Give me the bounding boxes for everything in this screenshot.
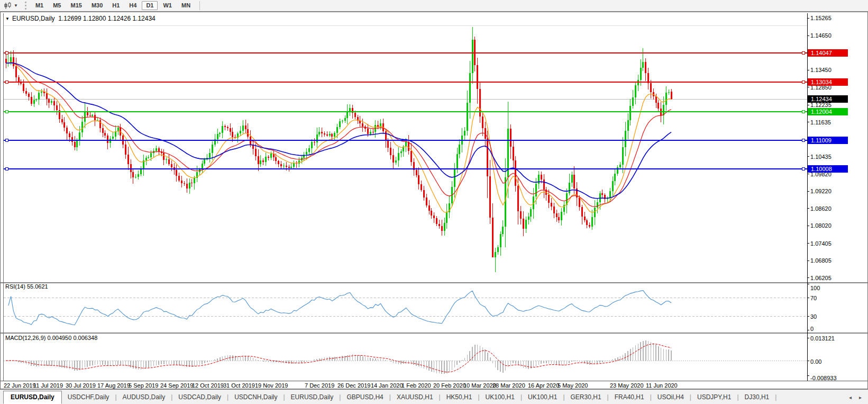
tab-item[interactable]: FRA40,H1 <box>609 393 650 401</box>
timeframe-button-group: M1M5M15M30H1H4D1W1MN <box>31 1 195 10</box>
tab-item[interactable]: HK50,H1 <box>441 393 478 401</box>
candle-body <box>367 129 369 134</box>
tab-item[interactable]: UK100,H1 <box>480 393 520 401</box>
candle-body <box>87 112 88 115</box>
price-line-label: 1.13034 <box>811 79 832 85</box>
tab-item[interactable]: EURUSD,Daily <box>285 393 340 401</box>
price-axis-label: 1.10435 <box>810 154 832 160</box>
tab-item[interactable]: USDCNH,Daily <box>229 393 283 401</box>
candle-body <box>318 132 320 134</box>
chevron-down-icon: ▼ <box>14 3 18 8</box>
toolbar-separator <box>199 1 200 10</box>
candle-body <box>342 121 343 122</box>
candle-body <box>548 195 550 203</box>
tab-item[interactable]: GER30,H1 <box>565 393 607 401</box>
candle-body <box>33 100 35 104</box>
candle-body <box>579 197 580 207</box>
candle-body <box>665 93 667 105</box>
time-axis-label: 23 May 2020 <box>610 382 644 389</box>
candle-body <box>467 103 468 130</box>
candle-body <box>25 91 27 94</box>
candle-body <box>99 120 101 128</box>
tab-scroll-right-icon[interactable]: ▸ <box>859 394 862 400</box>
line-handle[interactable] <box>802 139 805 141</box>
rsi-line <box>8 291 671 325</box>
tab-item[interactable]: USOil,H4 <box>652 393 690 401</box>
timeframe-button-mn[interactable]: MN <box>177 1 195 10</box>
candle-body <box>645 62 646 73</box>
macd-axis-label: 0.00 <box>810 358 821 365</box>
tab-item[interactable]: UK100,H1 <box>522 393 563 401</box>
timeframe-button-m15[interactable]: M15 <box>66 1 86 10</box>
candle-body <box>627 120 629 131</box>
timeframe-button-m5[interactable]: M5 <box>49 1 65 10</box>
candle-body <box>181 181 182 183</box>
candle-body <box>346 111 348 118</box>
candle-body <box>125 145 126 155</box>
candle-body <box>370 132 371 134</box>
candle-body <box>268 157 269 158</box>
candle-body <box>79 132 80 140</box>
candle-body <box>362 123 363 127</box>
candle-body <box>390 148 391 155</box>
tab-item[interactable]: AUDUSD,Daily <box>117 393 171 401</box>
candle-body <box>604 195 606 199</box>
line-handle[interactable] <box>802 167 805 170</box>
toolbar-grip <box>25 2 26 10</box>
tab-item[interactable]: DJ30,H1 <box>739 393 775 401</box>
candle-body <box>324 133 325 134</box>
candle-body <box>194 178 195 183</box>
candle-body <box>589 225 590 226</box>
tab-item[interactable]: GBPUSD,H4 <box>341 393 389 401</box>
candle-body <box>344 118 346 121</box>
timeframe-button-m30[interactable]: M30 <box>87 1 107 10</box>
candle-body <box>482 116 483 129</box>
timeframe-button-d1[interactable]: D1 <box>142 1 158 10</box>
tab-active[interactable]: EURUSD,Daily <box>3 391 62 404</box>
candle-body <box>163 153 165 159</box>
tab-scroll-left-icon[interactable]: ◂ <box>849 394 852 400</box>
candle-body <box>459 145 460 154</box>
candle-body <box>130 164 132 172</box>
candle-body <box>66 128 68 134</box>
timeframe-button-h1[interactable]: H1 <box>108 1 124 10</box>
timeframe-button-w1[interactable]: W1 <box>159 1 176 10</box>
time-axis-label: 11 Jul 2019 <box>33 382 63 389</box>
candle-body <box>385 131 387 140</box>
line-handle[interactable] <box>6 51 8 54</box>
line-handle[interactable] <box>6 80 8 83</box>
line-handle[interactable] <box>6 139 8 141</box>
price-line-label: 1.10008 <box>811 166 832 172</box>
candle-body <box>561 212 562 220</box>
tab-item[interactable]: USDCAD,Daily <box>172 393 227 401</box>
rsi-label: RSI(14) 55.0621 <box>5 283 48 290</box>
chevron-down-icon[interactable]: ▼ <box>5 16 10 21</box>
candle-body <box>41 92 42 93</box>
price-axis-label: 1.06205 <box>810 275 832 281</box>
candle-body <box>640 68 642 80</box>
candle-body <box>642 62 644 68</box>
chart-type-button[interactable]: ▼ <box>2 2 20 10</box>
line-handle[interactable] <box>802 51 805 54</box>
candle-body <box>472 40 473 73</box>
line-handle[interactable] <box>6 167 8 170</box>
chart-canvas[interactable]: 1.152651.146501.134501.128501.122351.116… <box>1 12 867 389</box>
tab-item[interactable]: XAUUSD,H1 <box>391 393 439 401</box>
line-handle[interactable] <box>802 110 805 113</box>
timeframe-button-m1[interactable]: M1 <box>31 1 48 10</box>
candle-body <box>477 65 478 88</box>
candle-body <box>431 211 432 216</box>
candle-body <box>28 94 30 97</box>
timeframe-button-h4[interactable]: H4 <box>125 1 141 10</box>
candle-body <box>444 223 445 231</box>
candle-body <box>423 190 425 197</box>
tab-item[interactable]: USDCHF,Daily <box>62 393 115 401</box>
line-handle[interactable] <box>6 110 8 113</box>
time-axis-label: 17 Aug 2019 <box>97 382 130 389</box>
tab-item[interactable]: USDJPY,H1 <box>691 393 737 401</box>
candle-body <box>314 142 315 142</box>
candle-body <box>354 113 356 117</box>
candle-body <box>311 142 313 148</box>
line-handle[interactable] <box>802 80 805 83</box>
candle-body <box>497 247 499 252</box>
